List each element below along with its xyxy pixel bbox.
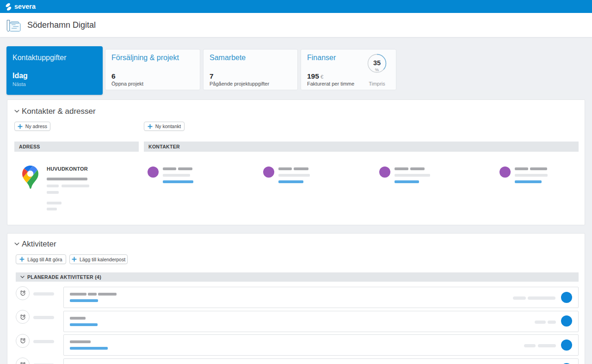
tab-caption: Fakturerat per timme — [307, 81, 354, 86]
address-placeholder-bar — [47, 202, 62, 204]
activity-meta-bar — [538, 344, 556, 347]
contact-info-bar — [163, 174, 190, 177]
severa-logo-text[interactable]: severa — [14, 3, 36, 10]
address-placeholder-bar — [47, 178, 87, 180]
add-todo-button[interactable]: Lägg till Att göra — [16, 254, 66, 264]
contact-name-bar — [530, 167, 547, 170]
activity-assignee-avatar — [561, 339, 572, 351]
activity-type-icon — [16, 334, 30, 348]
activity-type-icon — [16, 358, 30, 364]
column-header-adress: ADRESS — [14, 142, 139, 152]
plus-icon — [18, 124, 23, 129]
contact-avatar — [148, 167, 159, 178]
activity-card[interactable] — [63, 334, 579, 356]
activity-assignee-avatar — [561, 315, 572, 327]
address-name[interactable]: HUVUDKONTOR — [47, 166, 88, 172]
page-header: Söderhamn Digital — [0, 13, 592, 37]
activity-card[interactable] — [63, 311, 579, 332]
contact-name-bar — [410, 167, 425, 170]
contact-avatar — [263, 167, 274, 178]
activity-meta-bar — [513, 296, 526, 300]
activity-assignee-avatar — [561, 292, 572, 303]
tab-kontaktuppgifter[interactable]: Kontaktuppgifter Idag Nästa — [6, 46, 103, 95]
contact-name-bar — [395, 167, 408, 170]
activity-link-bar — [70, 323, 98, 326]
alarm-clock-icon — [19, 314, 26, 321]
tab-today[interactable]: Idag — [12, 72, 28, 80]
activity-title-bar — [98, 293, 117, 296]
activity-link-bar — [70, 347, 108, 350]
contact-avatar — [379, 167, 390, 178]
tab-label: Försäljning & projekt — [111, 54, 179, 62]
contact-name-bar — [515, 167, 528, 170]
activity-type-icon — [16, 286, 30, 300]
activity-title-bar — [70, 317, 86, 320]
activity-title-bar — [70, 293, 86, 296]
page-title: Söderhamn Digital — [27, 20, 96, 30]
contact-info-bar — [395, 174, 430, 177]
collapse-chevron-icon[interactable] — [14, 110, 19, 113]
activity-card[interactable] — [63, 287, 579, 308]
activity-time-bar — [33, 340, 54, 343]
contact-link-bar — [278, 180, 303, 183]
ongoing-tasks-count: 7 — [210, 72, 214, 81]
address-placeholder-bar — [62, 185, 89, 187]
tab-caption: Öppna projekt — [111, 81, 143, 86]
collapse-chevron-icon — [20, 276, 25, 278]
contact-info-bar — [515, 174, 548, 177]
company-folder-icon — [6, 19, 22, 32]
contact-avatar — [500, 167, 511, 178]
activity-meta-bar — [548, 321, 556, 324]
planned-activities-band[interactable]: PLANERADE AKTIVITETER (4) — [16, 272, 579, 282]
contact-name-bar — [278, 167, 292, 170]
activity-meta-bar — [524, 344, 536, 347]
address-placeholder-bar — [47, 191, 59, 194]
activities-panel: Aktiviteter Lägg till Att göra Lägg till… — [7, 233, 585, 364]
address-placeholder-bar — [47, 185, 59, 187]
google-maps-pin-icon[interactable] — [22, 166, 38, 189]
open-projects-count: 6 — [111, 72, 116, 81]
contact-link-bar — [163, 180, 193, 183]
activity-time-bar — [33, 292, 54, 296]
new-contact-button[interactable]: Ny kontankt — [144, 122, 185, 131]
top-bar: severa — [0, 0, 592, 13]
plus-icon — [19, 257, 25, 262]
billed-per-hour: 195€ — [307, 72, 323, 81]
planned-activities-label: PLANERADE AKTIVITETER (4) — [27, 274, 101, 280]
activity-title-bar — [70, 340, 91, 343]
plus-icon — [72, 257, 77, 262]
contact-link-bar — [515, 180, 542, 183]
tab-finanser[interactable]: Finanser 195€ Fakturerat per timme 35 % … — [301, 49, 396, 90]
activity-type-icon — [16, 310, 30, 324]
tab-caption: Pågående projektuppgifter — [210, 81, 269, 86]
contact-name-bar — [294, 167, 308, 170]
collapse-chevron-icon[interactable] — [14, 242, 19, 246]
tab-next[interactable]: Nästa — [12, 81, 26, 87]
contact-info-bar — [278, 174, 310, 177]
tab-samarbete[interactable]: Samarbete 7 Pågående projektuppgifter — [203, 49, 298, 90]
new-address-button[interactable]: Ny adress — [14, 122, 50, 131]
activity-link-bar — [70, 299, 98, 302]
add-calendar-entry-button[interactable]: Lägg till kalenderpost — [69, 254, 128, 264]
activity-meta-bar — [535, 321, 546, 324]
activity-time-bar — [33, 316, 54, 319]
contact-name-bar — [163, 167, 176, 170]
contact-link-bar — [395, 180, 419, 183]
contact-name-bar — [178, 167, 192, 170]
contacts-addresses-panel: Kontakter & adresser Ny adress Ny kontan… — [7, 99, 585, 225]
activities-panel-heading[interactable]: Aktiviteter — [22, 240, 56, 249]
tab-label: Samarbete — [210, 54, 246, 62]
activity-title-bar — [88, 293, 97, 296]
plus-icon — [148, 124, 153, 129]
tab-label: Kontaktuppgifter — [12, 54, 67, 62]
gauge-value: 35 — [367, 59, 387, 67]
address-placeholder-bar — [47, 208, 57, 210]
contacts-panel-heading[interactable]: Kontakter & adresser — [22, 107, 96, 116]
alarm-clock-icon — [19, 361, 26, 364]
hour-price-gauge: 35 % — [367, 53, 387, 74]
gauge-unit: % — [367, 67, 387, 72]
tab-forsaljning-projekt[interactable]: Försäljning & projekt 6 Öppna projekt — [105, 49, 200, 90]
activity-card[interactable] — [63, 358, 579, 364]
alarm-clock-icon — [19, 290, 26, 296]
severa-logo-icon — [6, 3, 12, 12]
